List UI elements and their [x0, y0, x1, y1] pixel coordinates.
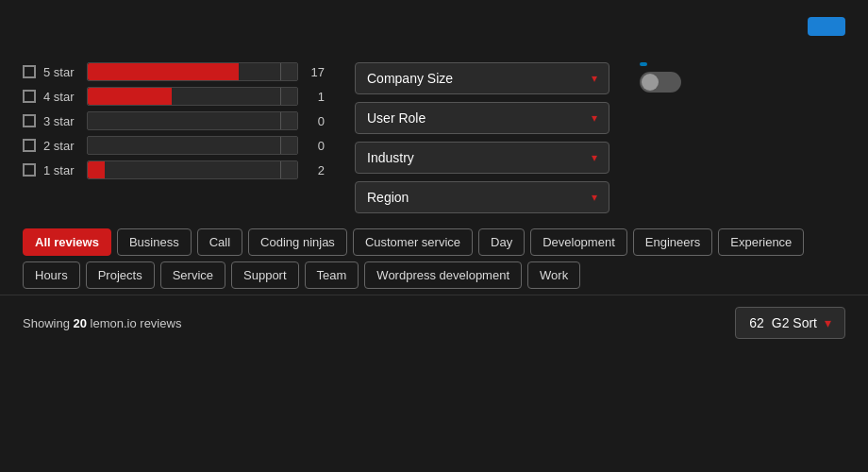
page-header: [0, 0, 868, 49]
tag-support[interactable]: Support: [231, 261, 299, 289]
chevron-down-icon: ▾: [825, 315, 831, 330]
tag-call[interactable]: Call: [197, 228, 242, 256]
star-label: 1 star: [43, 163, 79, 177]
star-row: 4 star1: [23, 87, 325, 106]
popular-section: All reviewsBusinessCallCoding ninjasCust…: [23, 228, 845, 289]
star-checkbox[interactable]: [23, 114, 36, 127]
dropdown-label: Industry: [367, 150, 414, 165]
bar-container: [87, 136, 298, 155]
linkedin-toggle[interactable]: [640, 72, 681, 93]
dropdown-user-role[interactable]: User Role▾: [355, 102, 609, 134]
tag-development[interactable]: Development: [530, 228, 627, 256]
star-row: 1 star2: [23, 160, 325, 179]
toggle-knob: [642, 74, 659, 91]
tag-engineers[interactable]: Engineers: [633, 228, 713, 256]
dropdown-label: User Role: [367, 110, 426, 126]
dropdown-industry[interactable]: Industry▾: [355, 142, 609, 174]
linkedin-icon: [640, 62, 647, 66]
bar-end: [280, 161, 297, 178]
tag-coding-ninjas[interactable]: Coding ninjas: [248, 228, 347, 256]
bar-end: [280, 112, 297, 129]
sort-label: G2 Sort: [772, 315, 817, 330]
bar-fill: [88, 161, 105, 178]
star-label: 5 star: [43, 65, 79, 79]
star-checkbox[interactable]: [23, 139, 36, 152]
write-review-button[interactable]: [808, 17, 845, 36]
star-count: 2: [306, 163, 325, 177]
star-row: 3 star0: [23, 111, 325, 130]
bar-container: [87, 160, 298, 179]
bar-end: [280, 137, 297, 154]
bar-fill: [88, 63, 239, 80]
chevron-down-icon: ▾: [592, 191, 597, 204]
main-content: 5 star174 star13 star02 star01 star2 Com…: [0, 62, 868, 289]
linkedin-section: [640, 62, 845, 93]
bar-container: [87, 62, 298, 81]
chevron-down-icon: ▾: [592, 111, 597, 125]
sort-dropdown[interactable]: 62 G2 Sort ▾: [735, 307, 845, 339]
bar-fill: [88, 88, 172, 105]
sort-count: 62: [749, 315, 764, 330]
tag-all-reviews[interactable]: All reviews: [23, 228, 111, 256]
dropdown-region[interactable]: Region▾: [355, 181, 609, 213]
star-row: 5 star17: [23, 62, 325, 81]
dropdown-label: Company Size: [367, 71, 453, 86]
star-count: 1: [306, 90, 325, 104]
linkedin-row: [640, 62, 653, 66]
star-checkbox[interactable]: [23, 65, 36, 78]
stars-section: 5 star174 star13 star02 star01 star2: [23, 62, 325, 185]
chevron-down-icon: ▾: [592, 151, 597, 164]
tag-day[interactable]: Day: [478, 228, 525, 256]
tags-row: All reviewsBusinessCallCoding ninjasCust…: [23, 228, 845, 289]
star-count: 17: [306, 65, 325, 79]
tag-business[interactable]: Business: [117, 228, 192, 256]
star-row: 2 star0: [23, 136, 325, 155]
showing-text: Showing 20 lemon.io reviews: [23, 316, 181, 330]
dropdowns-section: Company Size▾User Role▾Industry▾Region▾: [355, 62, 609, 213]
bar-container: [87, 111, 298, 130]
star-count: 0: [306, 139, 325, 153]
star-checkbox[interactable]: [23, 163, 36, 177]
toggle-container[interactable]: [640, 72, 681, 93]
star-label: 4 star: [43, 90, 79, 104]
bar-container: [87, 87, 298, 106]
tag-work[interactable]: Work: [527, 261, 580, 289]
tag-customer-service[interactable]: Customer service: [353, 228, 473, 256]
star-checkbox[interactable]: [23, 90, 36, 103]
tag-experience[interactable]: Experience: [718, 228, 804, 256]
star-count: 0: [306, 114, 325, 128]
tag-service[interactable]: Service: [160, 261, 225, 289]
footer: Showing 20 lemon.io reviews 62 G2 Sort ▾: [0, 295, 868, 350]
tag-wordpress-development[interactable]: Wordpress development: [364, 261, 522, 289]
tag-hours[interactable]: Hours: [23, 261, 80, 289]
dropdown-label: Region: [367, 190, 409, 205]
bar-end: [280, 88, 297, 105]
dropdown-company-size[interactable]: Company Size▾: [355, 62, 609, 94]
tag-team[interactable]: Team: [305, 261, 359, 289]
star-label: 2 star: [43, 139, 79, 153]
tag-projects[interactable]: Projects: [86, 261, 155, 289]
star-label: 3 star: [43, 114, 79, 128]
chevron-down-icon: ▾: [592, 72, 597, 85]
bar-end: [280, 63, 297, 80]
filter-row: 5 star174 star13 star02 star01 star2 Com…: [23, 62, 845, 213]
